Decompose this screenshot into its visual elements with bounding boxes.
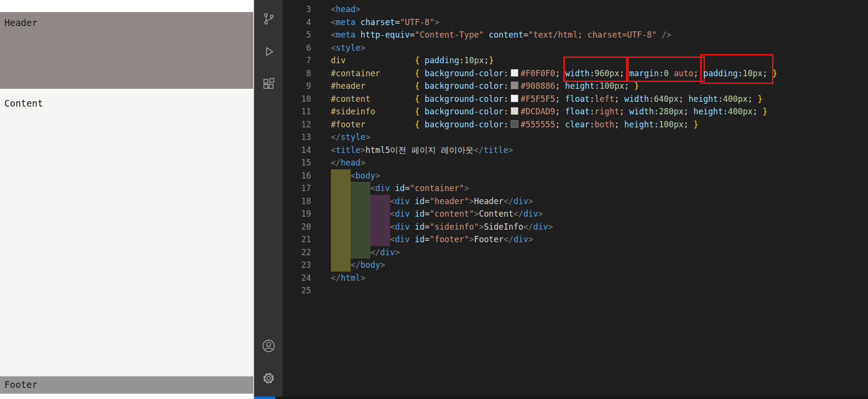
screenshot-stage: Header Content Footer	[0, 0, 868, 399]
preview-content-block: Content	[0, 89, 253, 376]
code-token: </	[474, 145, 483, 155]
code-token: ;	[619, 107, 629, 116]
code-line[interactable]: 6<style>	[283, 41, 868, 55]
color-swatch[interactable]	[511, 82, 518, 89]
code-line[interactable]: 14<title>html5이전 페이지 레이아웃</title>	[283, 144, 868, 157]
line-number: 19	[283, 207, 311, 220]
color-swatch[interactable]	[511, 69, 518, 77]
code-token: width	[565, 69, 590, 78]
code-token: ;	[678, 94, 688, 104]
code-line[interactable]: 10#content { background-color:#F5F5F5; f…	[283, 93, 868, 106]
code-token: #footer	[331, 120, 366, 129]
code-token: >	[360, 273, 365, 283]
line-number: 23	[283, 259, 311, 272]
code-line[interactable]: 3<head>	[283, 3, 868, 16]
line-content: </style>	[331, 131, 370, 144]
line-content: #footer { background-color:#555555; clea…	[331, 118, 698, 131]
remote-indicator[interactable]: ><	[254, 397, 275, 399]
code-line[interactable]: 24</html>	[283, 272, 868, 285]
color-swatch[interactable]	[511, 107, 518, 115]
code-line[interactable]: 7div { padding:10px;}	[283, 54, 868, 67]
line-content: </body>	[331, 259, 385, 272]
code-token	[410, 234, 415, 244]
code-token: 960px	[595, 69, 619, 78]
code-token: style	[336, 43, 360, 53]
line-content: <meta charset="UTF-8">	[331, 16, 439, 29]
color-swatch[interactable]	[511, 95, 518, 102]
code-token	[698, 69, 703, 78]
code-token: }	[762, 107, 767, 116]
code-token: head	[340, 158, 360, 167]
code-line[interactable]: 18<div id="header">Header</div>	[283, 195, 868, 208]
code-line[interactable]: 11#sideinfo { background-color:#DCDAD9; …	[283, 105, 868, 118]
code-token: div	[395, 196, 410, 206]
code-token: <	[331, 145, 336, 155]
line-content: <head>	[331, 3, 360, 16]
code-token: :	[738, 69, 743, 78]
code-token: 100px	[599, 81, 624, 91]
code-line[interactable]: 23</body>	[283, 259, 868, 272]
code-token: <	[390, 222, 395, 232]
code-line[interactable]: 4<meta charset="UTF-8">	[283, 16, 868, 29]
code-token: ;	[484, 55, 488, 65]
code-line[interactable]: 8#container { background-color:#F0F0F0; …	[283, 67, 868, 80]
code-token: #F5F5F5	[521, 94, 556, 104]
code-line[interactable]: 16<body>	[283, 169, 868, 182]
indent-rainbow-block	[331, 169, 351, 182]
code-line[interactable]: 5<meta http-equiv="Content-Type" content…	[283, 28, 868, 41]
code-line[interactable]: 17<div id="container">	[283, 182, 868, 195]
line-number: 20	[283, 220, 311, 234]
code-token: Header	[474, 196, 503, 206]
indent-rainbow-block	[351, 220, 370, 234]
code-token: ;	[555, 81, 565, 91]
code-token: #908886	[521, 81, 556, 91]
code-token: #DCDAD9	[521, 107, 556, 116]
code-token: title	[484, 145, 508, 155]
code-token: </	[523, 222, 533, 232]
code-token: id	[415, 209, 424, 219]
code-line[interactable]: 9#header { background-color:#908886; hei…	[283, 80, 868, 93]
code-token: >	[538, 209, 543, 219]
code-token	[346, 55, 415, 65]
line-number: 4	[283, 16, 311, 29]
code-token: }	[758, 94, 762, 104]
code-token: =	[405, 183, 410, 193]
extensions-icon[interactable]	[254, 69, 283, 98]
code-token	[669, 69, 674, 78]
status-bar: >< 0 0	[254, 397, 868, 399]
code-token: padding	[425, 55, 460, 65]
code-line[interactable]: 21<div id="footer">Footer</div>	[283, 233, 868, 246]
code-token: :	[654, 120, 659, 129]
line-content: </head>	[331, 156, 366, 169]
code-token	[370, 94, 415, 104]
code-token: right	[595, 107, 619, 116]
code-token	[375, 107, 415, 116]
code-line[interactable]: 13</style>	[283, 131, 868, 144]
code-token: id	[415, 222, 424, 232]
code-token: :	[590, 94, 595, 104]
source-control-icon[interactable]	[254, 4, 283, 33]
code-line[interactable]: 19<div id="content">Content</div>	[283, 207, 868, 220]
code-token	[484, 30, 488, 40]
code-token: ;	[762, 69, 767, 78]
code-token: >	[529, 234, 533, 244]
code-line[interactable]: 12#footer { background-color:#555555; cl…	[283, 118, 868, 131]
code-line[interactable]: 22</div>	[283, 246, 868, 259]
line-number: 8	[283, 67, 311, 80]
code-line[interactable]: 25	[283, 284, 868, 297]
code-editor[interactable]: 3<head>4<meta charset="UTF-8">5<meta htt…	[283, 0, 868, 399]
line-content: <div id="container">	[331, 182, 469, 195]
account-icon[interactable]	[254, 331, 283, 360]
code-line[interactable]: 15</head>	[283, 156, 868, 169]
code-line[interactable]: 20<div id="sideinfo">SideInfo</div>	[283, 220, 868, 234]
color-swatch[interactable]	[511, 120, 518, 128]
code-token: height	[693, 107, 723, 116]
code-token: padding	[703, 69, 738, 78]
code-token: {	[415, 107, 420, 116]
line-content: <title>html5이전 페이지 레이아웃</title>	[331, 144, 513, 157]
settings-gear-icon[interactable]	[254, 364, 283, 392]
code-token	[420, 120, 424, 129]
code-token: id	[415, 196, 424, 206]
code-token	[390, 183, 395, 193]
run-debug-icon[interactable]	[254, 37, 283, 66]
